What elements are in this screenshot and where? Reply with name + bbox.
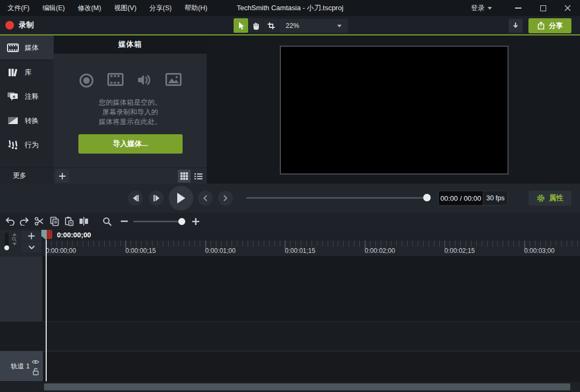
- ruler-top-strip[interactable]: [43, 230, 580, 241]
- jump-back-button[interactable]: [198, 191, 213, 206]
- playhead-time-label: 0:00:00;00: [57, 231, 91, 239]
- pan-tool-button[interactable]: [249, 18, 263, 33]
- add-media-button[interactable]: [55, 170, 69, 183]
- minimize-icon: [515, 8, 521, 9]
- timeline-zoom-slider[interactable]: [133, 221, 185, 222]
- menu-file[interactable]: 文件(F): [8, 4, 30, 13]
- seek-slider[interactable]: [246, 197, 430, 199]
- menu-edit[interactable]: 编辑(E): [42, 4, 65, 13]
- record-circle-icon: [79, 73, 94, 88]
- copy-button[interactable]: [47, 214, 61, 228]
- crop-tool-button[interactable]: [264, 18, 278, 33]
- close-button[interactable]: [555, 0, 580, 16]
- maximize-button[interactable]: [531, 0, 555, 16]
- menu-modify[interactable]: 修改(M): [78, 4, 102, 13]
- camtasia-window: 文件(F) 编辑(E) 修改(M) 视图(V) 分享(S) 帮助(H) Tech…: [0, 0, 580, 392]
- grid-view-button[interactable]: [178, 170, 191, 183]
- track-height-handle[interactable]: [4, 245, 9, 250]
- list-view-button[interactable]: [192, 170, 205, 183]
- add-track-button[interactable]: [21, 231, 41, 241]
- titlebar-right: 登录: [471, 0, 580, 16]
- share-label: 分享: [549, 21, 563, 31]
- timeline-scrollbar[interactable]: [0, 381, 580, 392]
- grid-view-icon: [180, 172, 188, 180]
- sidebar-item-label: 库: [25, 68, 32, 77]
- select-tool-button[interactable]: [234, 18, 248, 33]
- paste-button[interactable]: [62, 214, 76, 228]
- track-1-header[interactable]: 轨道 1: [0, 351, 43, 381]
- sidebar-item-transitions[interactable]: 转换: [0, 108, 54, 133]
- split-button[interactable]: [77, 214, 91, 228]
- caret-down-icon: [12, 243, 17, 245]
- ruler-label: 0:00:03;00: [524, 247, 555, 255]
- video-preview[interactable]: [280, 46, 509, 175]
- speech-bubble-icon: a: [6, 91, 19, 102]
- sidebar-item-annotations[interactable]: a 注释: [0, 84, 54, 108]
- minimize-button[interactable]: [506, 0, 531, 16]
- empty-text-line: 您的媒体箱是空的。: [54, 98, 207, 107]
- seek-slider-handle[interactable]: [423, 194, 431, 201]
- download-icon: [512, 22, 519, 30]
- sidebar-item-behaviors[interactable]: 行为: [0, 133, 54, 157]
- tracks-region: 轨道 1: [0, 257, 580, 381]
- timeline-gutter: [0, 230, 43, 257]
- minus-icon: [121, 220, 128, 222]
- import-media-button[interactable]: 导入媒体...: [78, 134, 183, 154]
- undo-icon: [5, 217, 15, 226]
- chevron-down-icon: [488, 7, 492, 10]
- track-options-button[interactable]: [21, 242, 41, 252]
- playhead-out-flag[interactable]: [47, 230, 52, 239]
- share-icon: [537, 21, 545, 30]
- crop-icon: [267, 21, 276, 30]
- record-button[interactable]: 录制: [5, 16, 34, 34]
- sidebar-item-media[interactable]: 媒体: [0, 35, 54, 60]
- record-label: 录制: [19, 20, 34, 30]
- track-height-icons: [12, 233, 17, 245]
- ruler-label: 0:00:00;15: [126, 247, 156, 255]
- track-1-content[interactable]: [43, 351, 580, 381]
- timeline-zoom-button[interactable]: [100, 214, 114, 228]
- timeline-scrollbar-thumb[interactable]: [44, 383, 570, 390]
- timeline-zoom-handle[interactable]: [178, 218, 185, 225]
- login-menu[interactable]: 登录: [471, 4, 492, 13]
- redo-icon: [19, 217, 29, 226]
- menu-help[interactable]: 帮助(H): [185, 4, 207, 13]
- ruler-label: 0:00:02;00: [365, 247, 395, 255]
- filmstrip-icon: [107, 73, 124, 86]
- share-button[interactable]: 分享: [528, 18, 571, 33]
- canvas-area[interactable]: [207, 35, 580, 184]
- step-forward-button[interactable]: [149, 191, 164, 206]
- zoom-out-button[interactable]: [117, 214, 131, 228]
- image-icon: [165, 73, 182, 86]
- cut-button[interactable]: [32, 214, 46, 228]
- zoom-in-button[interactable]: [189, 214, 202, 228]
- track-lock-toggle[interactable]: [33, 368, 39, 375]
- track-visibility-toggle[interactable]: [32, 359, 39, 365]
- canvas-tools: [234, 18, 278, 33]
- scissors-icon: [34, 216, 44, 226]
- menu-view[interactable]: 视图(V): [114, 4, 136, 13]
- speaker-icon: [137, 73, 152, 87]
- record-icon: [5, 21, 14, 30]
- sidebar-item-library[interactable]: 库: [0, 60, 54, 84]
- play-button[interactable]: [169, 186, 193, 210]
- redo-button[interactable]: [17, 214, 31, 228]
- sidebar-more-button[interactable]: 更多: [0, 168, 54, 184]
- step-backward-button[interactable]: [128, 191, 143, 206]
- chevron-down-icon: [337, 25, 342, 27]
- ruler-label: 0:00:01;00: [205, 247, 236, 255]
- transition-icon: [6, 115, 19, 126]
- menu-share[interactable]: 分享(S): [149, 4, 172, 13]
- properties-button[interactable]: 属性: [528, 191, 571, 206]
- jump-forward-button[interactable]: [218, 191, 233, 206]
- timeline-ruler[interactable]: 0:00:00;00 0:00:00;15 0:00:01;00 0:00:01…: [43, 241, 580, 257]
- playback-bar: 00:00 / 00:00 30 fps 属性: [0, 184, 580, 213]
- undo-button[interactable]: [3, 214, 17, 228]
- title-bar: 文件(F) 编辑(E) 修改(M) 视图(V) 分享(S) 帮助(H) Tech…: [0, 0, 580, 16]
- fps-value[interactable]: 30 fps: [483, 191, 508, 205]
- playhead-line[interactable]: [46, 239, 47, 381]
- magnifier-icon: [12, 237, 17, 242]
- close-icon: [564, 5, 571, 11]
- canvas-zoom-dropdown[interactable]: 22%: [279, 19, 348, 33]
- download-button[interactable]: [509, 19, 523, 33]
